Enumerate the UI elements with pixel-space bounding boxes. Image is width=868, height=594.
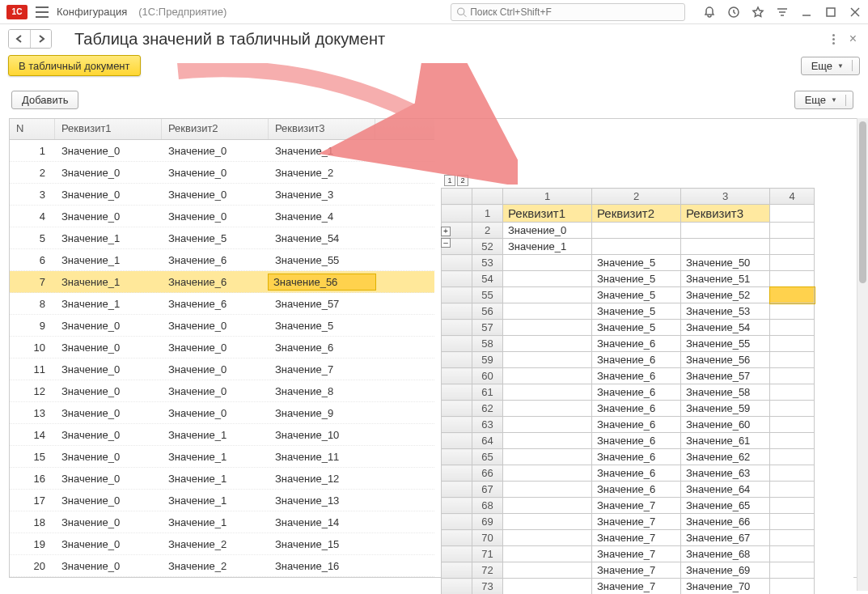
cell[interactable]: Значение_7 xyxy=(592,579,681,595)
sheet-row[interactable]: 65Значение_6Значение_62 xyxy=(442,449,815,465)
row-head[interactable]: 71 xyxy=(472,546,503,562)
col-head[interactable]: 1 xyxy=(503,189,592,205)
vertical-scrollbar[interactable] xyxy=(857,118,868,591)
header-cell[interactable]: Реквизит1 xyxy=(503,205,592,223)
cell[interactable] xyxy=(503,303,592,320)
sheet-row[interactable]: 62Значение_6Значение_59 xyxy=(442,401,815,417)
cell[interactable]: Значение_7 xyxy=(592,546,681,562)
filter-icon[interactable] xyxy=(776,6,789,19)
cell[interactable]: Значение_6 xyxy=(592,368,681,384)
cell[interactable]: Значение_5 xyxy=(592,255,681,271)
sheet-row[interactable]: 64Значение_6Значение_61 xyxy=(442,433,815,449)
cell[interactable] xyxy=(770,271,815,287)
row-head[interactable]: 63 xyxy=(472,417,503,433)
table-row[interactable]: 12Значение_0Значение_0Значение_8 xyxy=(10,380,434,402)
row-head[interactable]: 66 xyxy=(472,465,503,482)
cell[interactable] xyxy=(503,562,592,579)
row-head[interactable]: 2 xyxy=(472,223,503,239)
cell[interactable] xyxy=(503,271,592,287)
cell[interactable]: Значение_64 xyxy=(681,482,770,498)
cell[interactable]: Значение_57 xyxy=(681,368,770,384)
cell[interactable] xyxy=(770,546,815,562)
cell[interactable] xyxy=(503,449,592,465)
table-row[interactable]: 18Значение_0Значение_1Значение_14 xyxy=(10,511,434,533)
cell[interactable]: Значение_5 xyxy=(592,303,681,320)
sheet-row[interactable]: 58Значение_6Значение_55 xyxy=(442,336,815,352)
sheet-row[interactable]: 66Значение_6Значение_63 xyxy=(442,465,815,482)
cell[interactable] xyxy=(503,384,592,401)
table-row[interactable]: 20Значение_0Значение_2Значение_16 xyxy=(10,555,434,577)
spreadsheet-table[interactable]: 12341Реквизит1Реквизит2Реквизит32Значени… xyxy=(441,188,815,594)
cell[interactable]: Значение_69 xyxy=(681,562,770,579)
cell[interactable] xyxy=(681,223,770,239)
kebab-menu-icon[interactable] xyxy=(829,31,838,48)
minimize-icon[interactable] xyxy=(800,6,813,19)
col-header-r1[interactable]: Реквизит1 xyxy=(55,119,162,139)
cell[interactable] xyxy=(503,255,592,271)
cell[interactable]: Значение_54 xyxy=(681,320,770,336)
cell[interactable]: Значение_61 xyxy=(681,433,770,449)
cell[interactable]: Значение_51 xyxy=(681,271,770,287)
cell[interactable] xyxy=(770,303,815,320)
sheet-row[interactable]: 70Значение_7Значение_67 xyxy=(442,530,815,546)
row-head[interactable]: 54 xyxy=(472,271,503,287)
cell[interactable] xyxy=(770,482,815,498)
cell[interactable] xyxy=(503,546,592,562)
add-button[interactable]: Добавить xyxy=(11,91,78,109)
bell-icon[interactable] xyxy=(703,6,716,19)
table-row[interactable]: 15Значение_0Значение_1Значение_11 xyxy=(10,446,434,468)
cell[interactable] xyxy=(770,465,815,482)
cell[interactable]: Значение_6 xyxy=(592,336,681,352)
search-input[interactable] xyxy=(470,6,680,18)
row-head[interactable]: 68 xyxy=(472,498,503,514)
sheet-row[interactable]: 61Значение_6Значение_58 xyxy=(442,384,815,401)
header-cell[interactable]: Реквизит3 xyxy=(681,205,770,223)
cell[interactable] xyxy=(503,352,592,368)
row-head[interactable]: 72 xyxy=(472,562,503,579)
cell[interactable] xyxy=(770,384,815,401)
row-head[interactable]: 59 xyxy=(472,352,503,368)
sheet-row[interactable]: 55Значение_5Значение_52 xyxy=(442,287,815,303)
row-head[interactable]: 1 xyxy=(472,205,503,223)
cell[interactable]: Значение_7 xyxy=(592,498,681,514)
cell[interactable] xyxy=(503,417,592,433)
sheet-row[interactable]: 57Значение_5Значение_54 xyxy=(442,320,815,336)
cell[interactable] xyxy=(770,417,815,433)
cell[interactable]: Значение_56 xyxy=(681,352,770,368)
table-row[interactable]: 9Значение_0Значение_0Значение_5 xyxy=(10,315,434,337)
cell[interactable] xyxy=(770,320,815,336)
cell[interactable] xyxy=(592,223,681,239)
menu-icon[interactable] xyxy=(36,6,49,18)
row-head[interactable]: 69 xyxy=(472,514,503,530)
row-head[interactable]: 52 xyxy=(472,239,503,255)
row-head[interactable]: 53 xyxy=(472,255,503,271)
cell[interactable] xyxy=(503,433,592,449)
cell[interactable] xyxy=(503,530,592,546)
row-head[interactable]: 70 xyxy=(472,530,503,546)
cell[interactable] xyxy=(770,287,815,303)
nav-forward-button[interactable] xyxy=(30,30,51,48)
star-icon[interactable] xyxy=(752,6,764,19)
table-row[interactable]: 14Значение_0Значение_1Значение_10 xyxy=(10,424,434,446)
cell[interactable]: Значение_55 xyxy=(681,336,770,352)
table-row[interactable]: 11Значение_0Значение_0Значение_7 xyxy=(10,359,434,380)
cell[interactable]: Значение_62 xyxy=(681,449,770,465)
table-row[interactable]: 7Значение_1Значение_6Значение_56 xyxy=(10,271,434,293)
cell[interactable]: Значение_1 xyxy=(503,239,592,255)
cell[interactable]: Значение_7 xyxy=(592,514,681,530)
cell[interactable] xyxy=(770,368,815,384)
cell[interactable]: Значение_6 xyxy=(592,417,681,433)
cell[interactable] xyxy=(770,336,815,352)
global-search[interactable] xyxy=(451,3,685,21)
to-document-button[interactable]: В табличный документ xyxy=(8,55,141,76)
sheet-row[interactable]: 59Значение_6Значение_56 xyxy=(442,352,815,368)
table-row[interactable]: 6Значение_1Значение_6Значение_55 xyxy=(10,249,434,271)
cell[interactable]: Значение_50 xyxy=(681,255,770,271)
cell[interactable]: Значение_5 xyxy=(592,287,681,303)
outline-expand-icon[interactable]: + xyxy=(441,227,451,236)
col-header-n[interactable]: N xyxy=(10,119,55,139)
sheet-row[interactable]: 69Значение_7Значение_66 xyxy=(442,514,815,530)
cell[interactable]: Значение_58 xyxy=(681,384,770,401)
row-head[interactable]: 64 xyxy=(472,433,503,449)
row-head[interactable]: 62 xyxy=(472,401,503,417)
